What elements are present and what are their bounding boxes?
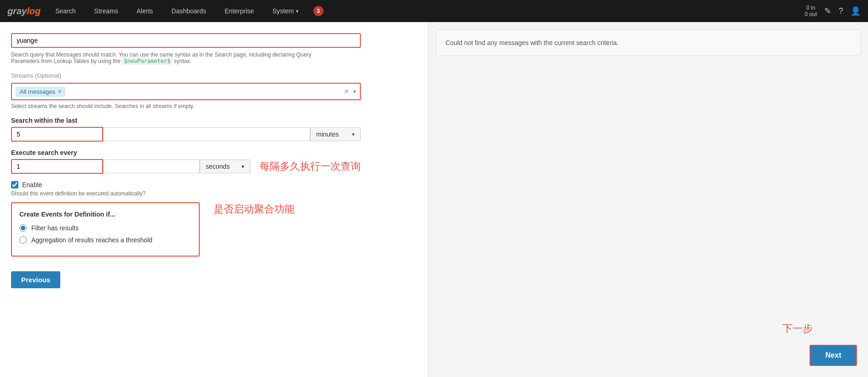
filter-radio[interactable] [19, 224, 27, 232]
streams-actions[interactable]: ✕ ▾ [344, 88, 356, 95]
system-chevron-icon: ▾ [296, 8, 299, 14]
stream-tag-close-icon[interactable]: × [58, 88, 61, 95]
nav-alerts[interactable]: Alerts [133, 6, 157, 17]
query-help-text: Search query that Messages should match.… [11, 51, 352, 64]
search-within-group: Search within the last minutes ▾ [11, 117, 417, 142]
nav-dashboards[interactable]: Dashboards [168, 6, 210, 17]
streams-hint: Select streams the search should include… [11, 103, 417, 109]
streams-container[interactable]: All messages × ✕ ▾ [11, 83, 361, 100]
nav-search[interactable]: Search [52, 6, 79, 17]
aggregation-radio[interactable] [19, 236, 27, 244]
execute-search-label: Execute search every [11, 149, 417, 156]
execute-annotation: 每隔多久执行一次查询 [260, 160, 361, 173]
all-messages-tag[interactable]: All messages × [16, 87, 65, 97]
user-icon[interactable]: 👤 [851, 6, 861, 16]
create-events-section: Create Events for Definition if... Filte… [11, 202, 417, 264]
auto-hint: Should this event definition be executed… [11, 190, 417, 197]
aggregation-option[interactable]: Aggregation of results reaches a thresho… [19, 236, 191, 244]
next-button[interactable]: Next [810, 345, 857, 366]
nav-system[interactable]: System ▾ [269, 6, 302, 17]
search-within-row: minutes ▾ [11, 127, 361, 142]
edit-icon[interactable]: ✎ [824, 6, 831, 16]
streams-clear-icon[interactable]: ✕ [344, 88, 349, 95]
execute-search-row: seconds ▾ 每隔多久执行一次查询 [11, 159, 361, 174]
search-within-middle[interactable] [103, 127, 310, 141]
search-within-input[interactable] [11, 127, 103, 142]
previous-button-container: Previous [11, 271, 417, 288]
enable-label[interactable]: Enable [22, 181, 42, 188]
logo-text: graylog [7, 6, 41, 17]
execute-search-unit-dropdown[interactable]: seconds ▾ [200, 160, 250, 173]
filter-has-results-option[interactable]: Filter has results [19, 224, 191, 232]
enable-checkbox[interactable] [11, 181, 18, 188]
create-events-box: Create Events for Definition if... Filte… [11, 202, 200, 257]
nav-enterprise[interactable]: Enterprise [221, 6, 258, 17]
streams-label: Streams (Optional) [11, 72, 417, 79]
enable-checkbox-row: Enable [11, 181, 417, 188]
execute-search-middle[interactable] [103, 160, 200, 173]
help-icon[interactable]: ? [839, 6, 843, 16]
top-navigation: graylog Search Streams Alerts Dashboards… [0, 0, 868, 22]
no-messages-box: Could not find any messages with the cur… [436, 29, 861, 56]
filter-label[interactable]: Filter has results [31, 224, 79, 232]
search-query-input[interactable] [11, 33, 361, 48]
main-layout: Search query that Messages should match.… [0, 22, 868, 377]
search-within-label: Search within the last [11, 117, 417, 124]
previous-button[interactable]: Previous [11, 271, 60, 288]
io-counter: 0 in 0 out [804, 5, 817, 18]
left-panel: Search query that Messages should match.… [0, 22, 428, 377]
execute-search-group: Execute search every seconds ▾ 每隔多久执行一次查… [11, 149, 417, 174]
search-within-unit-dropdown[interactable]: minutes ▾ [310, 127, 361, 141]
aggregation-annotation: 是否启动聚合功能 [214, 202, 295, 216]
right-panel: Could not find any messages with the cur… [428, 22, 868, 377]
nav-streams[interactable]: Streams [91, 6, 122, 17]
seconds-chevron-icon: ▾ [242, 164, 244, 170]
aggregation-label[interactable]: Aggregation of results reaches a thresho… [31, 236, 152, 244]
logo[interactable]: graylog [7, 6, 41, 17]
streams-dropdown-icon[interactable]: ▾ [353, 88, 356, 95]
next-button-container: Next [810, 345, 857, 366]
minutes-chevron-icon: ▾ [352, 131, 355, 137]
next-annotation: 下一步 [782, 322, 813, 336]
nav-right-section: 0 in 0 out ✎ ? 👤 [804, 5, 861, 18]
execute-search-input[interactable] [11, 159, 103, 174]
create-events-title: Create Events for Definition if... [19, 211, 191, 218]
notification-badge[interactable]: 3 [313, 6, 324, 16]
